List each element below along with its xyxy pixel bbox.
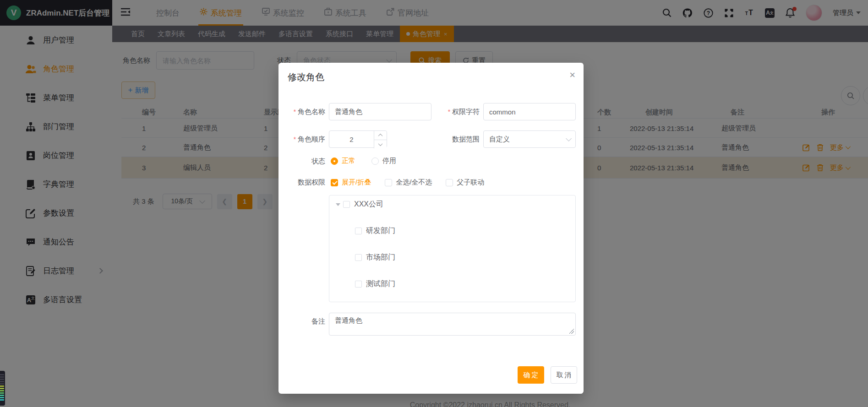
department-tree: XXX公司 研发部门 市场部门 测试部门 财务部门 XXX杭州分公司 研发部门 bbox=[329, 195, 576, 302]
remark-textarea[interactable] bbox=[329, 313, 576, 336]
tree-node-child[interactable]: 研发部门 bbox=[329, 224, 575, 238]
tree-node-label: 研发部门 bbox=[366, 226, 395, 236]
checkbox-icon bbox=[385, 179, 392, 186]
confirm-button-label: 确定 bbox=[524, 371, 540, 380]
cancel-button[interactable]: 取消 bbox=[551, 366, 577, 384]
chevron-down-icon bbox=[566, 136, 572, 141]
data-scope-select[interactable]: 自定义 bbox=[483, 130, 576, 148]
data-permission-label: 数据权限 bbox=[278, 174, 325, 191]
remark-label: 备注 bbox=[278, 313, 325, 330]
status-label: 状态 bbox=[278, 152, 325, 170]
checkbox-select-all[interactable]: 全选/全不选 bbox=[385, 178, 432, 187]
checkbox-icon bbox=[446, 179, 453, 186]
role-order-label: 角色顺序 bbox=[278, 130, 325, 148]
dialog-title: 修改角色 bbox=[288, 71, 324, 83]
role-key-input[interactable] bbox=[483, 103, 576, 120]
tree-node-child[interactable]: 市场部门 bbox=[329, 251, 575, 264]
resize-handle[interactable] bbox=[569, 329, 574, 334]
checkbox-icon[interactable] bbox=[355, 281, 362, 288]
decrease-button[interactable] bbox=[374, 140, 387, 148]
radio-label: 停用 bbox=[382, 157, 396, 165]
increase-button[interactable] bbox=[374, 131, 387, 140]
checkbox-label: 全选/全不选 bbox=[396, 178, 432, 187]
checkbox-label: 父子联动 bbox=[457, 178, 484, 187]
checkbox-expand-collapse[interactable]: 展开/折叠 bbox=[331, 178, 371, 187]
radio-icon bbox=[371, 157, 379, 165]
checkbox-icon bbox=[331, 179, 338, 186]
data-scope-label: 数据范围 bbox=[434, 130, 480, 148]
role-name-label: 角色名称 bbox=[278, 103, 325, 120]
close-icon[interactable]: × bbox=[569, 70, 575, 80]
radio-icon bbox=[331, 157, 338, 165]
tree-node-label: 市场部门 bbox=[366, 253, 395, 262]
checkbox-icon[interactable] bbox=[355, 254, 362, 261]
checkbox-parent-child-link[interactable]: 父子联动 bbox=[446, 178, 484, 187]
checkbox-label: 展开/折叠 bbox=[342, 178, 371, 187]
confirm-button[interactable]: 确定 bbox=[518, 366, 544, 384]
edit-role-dialog: 修改角色 × 角色名称 权限字符 角色顺序 2 数据范围 自定义 状态 正常 停… bbox=[278, 63, 584, 394]
tree-node-child[interactable]: 测试部门 bbox=[329, 277, 575, 291]
checkbox-icon[interactable] bbox=[343, 201, 350, 208]
data-scope-value: 自定义 bbox=[489, 135, 510, 144]
caret-down-icon[interactable] bbox=[336, 203, 340, 206]
role-key-label: 权限字符 bbox=[434, 103, 480, 120]
stats-meter-widget bbox=[0, 371, 5, 406]
tree-node-label: XXX公司 bbox=[354, 200, 383, 209]
permission-options: 展开/折叠 全选/全不选 父子联动 bbox=[331, 178, 484, 187]
cancel-button-label: 取消 bbox=[557, 371, 573, 380]
radio-normal[interactable]: 正常 bbox=[331, 157, 355, 165]
tree-node-parent[interactable]: XXX公司 bbox=[329, 198, 575, 211]
role-order-value: 2 bbox=[329, 131, 374, 147]
checkbox-icon[interactable] bbox=[355, 228, 362, 234]
radio-disabled[interactable]: 停用 bbox=[371, 157, 396, 165]
tree-node-label: 测试部门 bbox=[366, 279, 395, 289]
role-name-input[interactable] bbox=[329, 103, 431, 120]
status-radio-group: 正常 停用 bbox=[331, 157, 396, 165]
radio-label: 正常 bbox=[342, 157, 355, 165]
role-order-stepper[interactable]: 2 bbox=[329, 130, 387, 148]
